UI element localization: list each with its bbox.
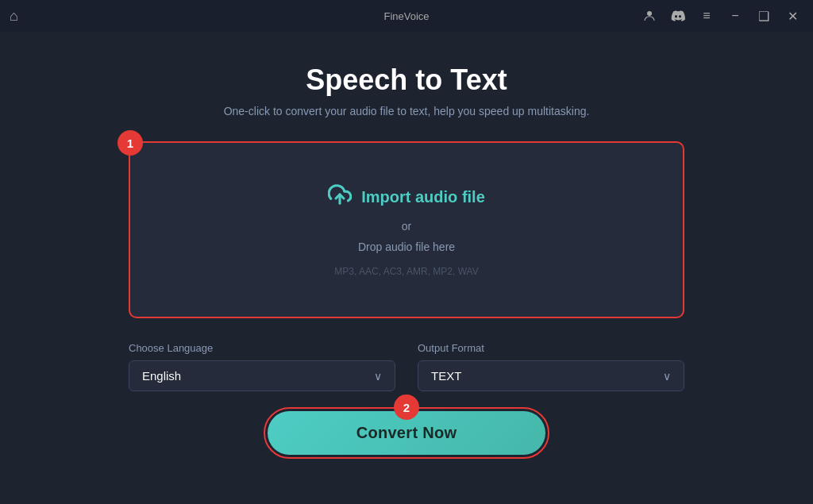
drop-zone[interactable]: Import audio file or Drop audio file her… xyxy=(129,141,684,318)
menu-icon[interactable]: ≡ xyxy=(695,5,718,27)
language-select[interactable]: English ∨ xyxy=(129,360,395,391)
language-group: Choose Language English ∨ xyxy=(129,342,395,391)
step-1-badge: 1 xyxy=(118,130,143,156)
formats-text: MP3, AAC, AC3, AMR, MP2, WAV xyxy=(334,266,478,277)
minimize-button[interactable]: − xyxy=(724,5,746,27)
home-icon[interactable]: ⌂ xyxy=(10,8,18,25)
svg-point-0 xyxy=(647,11,652,16)
maximize-button[interactable]: ❑ xyxy=(753,5,775,27)
language-label: Choose Language xyxy=(129,342,395,354)
main-content: Speech to Text One-click to convert your… xyxy=(0,32,813,483)
page-title: Speech to Text xyxy=(306,63,507,97)
title-bar-right: ≡ − ❑ ✕ xyxy=(638,5,803,27)
close-button[interactable]: ✕ xyxy=(781,5,803,27)
output-chevron-icon: ∨ xyxy=(663,370,671,383)
import-icon-row: Import audio file xyxy=(328,183,485,212)
title-bar-left: ⌂ xyxy=(10,8,18,25)
title-bar: ⌂ FineVoice ≡ − ❑ ✕ xyxy=(0,0,813,32)
user-icon[interactable] xyxy=(638,5,661,27)
import-area: Import audio file or Drop audio file her… xyxy=(328,183,485,277)
import-label: Import audio file xyxy=(361,188,485,206)
language-value: English xyxy=(142,369,181,383)
output-format-label: Output Format xyxy=(418,342,684,354)
drop-text: Drop audio file here xyxy=(358,240,455,253)
app-title: FineVoice xyxy=(383,10,429,22)
page-subtitle: One-click to convert your audio file to … xyxy=(224,105,590,117)
bottom-controls: Choose Language English ∨ Output Format … xyxy=(129,342,684,391)
or-text: or xyxy=(402,220,411,233)
output-format-group: Output Format TEXT ∨ xyxy=(418,342,684,391)
convert-wrapper: 2 Convert Now xyxy=(264,407,549,459)
step-2-badge: 2 xyxy=(394,394,419,420)
drop-zone-wrapper: 1 Import audio file or Drop audio file h… xyxy=(129,141,684,318)
discord-icon[interactable] xyxy=(667,5,689,27)
output-format-select[interactable]: TEXT ∨ xyxy=(418,360,684,391)
upload-icon xyxy=(328,183,352,212)
output-format-value: TEXT xyxy=(431,369,461,383)
language-chevron-icon: ∨ xyxy=(374,370,382,383)
